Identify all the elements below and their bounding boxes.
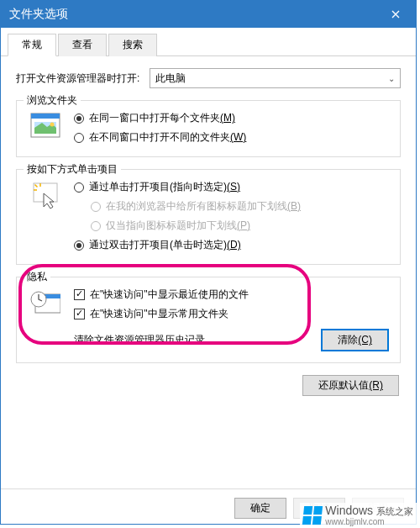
watermark: Windows 系统之家 www.bjjmlv.com	[300, 503, 417, 528]
check-recent-files-label: 在"快速访问"中显示最近使用的文件	[90, 288, 249, 302]
restore-row: 还原默认值(R)	[16, 375, 401, 396]
close-button[interactable]	[379, 4, 412, 24]
radio-icon	[74, 240, 84, 251]
radio-same-window[interactable]: 在同一窗口中打开每个文件夹(M)	[74, 111, 388, 125]
dialog-body: 打开文件资源管理器时打开: 此电脑 ⌄ 浏览文件夹 在同一窗口中打开每个文件夹(…	[1, 56, 416, 404]
tab-search[interactable]: 搜索	[108, 34, 157, 56]
radio-underline-point-label: 仅当指向图标标题时加下划线	[106, 219, 237, 231]
checkbox-icon	[74, 309, 85, 319]
click-items-title: 按如下方式单击项目	[24, 162, 121, 177]
folder-options-dialog: 文件夹选项 常规 查看 搜索 打开文件资源管理器时打开: 此电脑 ⌄ 浏览文件夹	[0, 0, 417, 525]
check-recent-files[interactable]: 在"快速访问"中显示最近使用的文件	[74, 288, 388, 302]
radio-single-click-label: 通过单击打开项目(指向时选定)	[89, 181, 227, 193]
radio-underline-browser-label: 在我的浏览器中给所有图标标题加下划线	[106, 200, 287, 212]
radio-icon	[91, 202, 101, 212]
radio-new-window-label: 在不同窗口中打开不同的文件夹	[89, 131, 230, 143]
radio-new-window[interactable]: 在不同窗口中打开不同的文件夹(W)	[74, 130, 388, 145]
radio-double-click-label: 通过双击打开项目(单击时选定)	[89, 239, 227, 251]
svg-rect-1	[31, 114, 60, 119]
clear-button[interactable]: 清除(C)	[322, 330, 388, 351]
privacy-group: 隐私 在"快速访问"中显示最近使用的文件 在"快速访问"中显示常用文件夹	[16, 277, 401, 363]
restore-defaults-button[interactable]: 还原默认值(R)	[302, 375, 399, 396]
radio-icon	[91, 221, 101, 231]
browse-folders-title: 浏览文件夹	[24, 93, 81, 108]
svg-point-3	[50, 123, 55, 127]
watermark-url: www.bjjmlv.com	[325, 517, 413, 526]
clear-history-row: 清除文件资源管理器历史记录 清除(C)	[74, 330, 388, 351]
click-items-group: 按如下方式单击项目 通过单击打开项目(指向时选定)(S) 在我的浏览器中给所有图…	[16, 169, 401, 265]
close-icon	[391, 10, 400, 18]
privacy-title: 隐私	[24, 270, 50, 284]
windows-logo-icon	[302, 506, 323, 525]
check-frequent-folders-label: 在"快速访问"中显示常用文件夹	[90, 307, 228, 321]
tab-view[interactable]: 查看	[58, 34, 107, 56]
radio-icon	[74, 133, 84, 143]
tab-general[interactable]: 常规	[8, 34, 56, 56]
radio-single-click[interactable]: 通过单击打开项目(指向时选定)(S)	[74, 180, 388, 194]
open-with-value: 此电脑	[155, 71, 186, 86]
radio-underline-point: 仅当指向图标标题时加下划线(P)	[91, 219, 388, 233]
tab-strip: 常规 查看 搜索	[1, 28, 416, 56]
cursor-click-icon	[29, 180, 62, 252]
open-with-label: 打开文件资源管理器时打开:	[16, 71, 139, 86]
open-with-row: 打开文件资源管理器时打开: 此电脑 ⌄	[16, 68, 401, 88]
radio-icon	[74, 114, 84, 124]
chevron-down-icon: ⌄	[388, 74, 395, 83]
clear-history-label: 清除文件资源管理器历史记录	[74, 333, 205, 347]
radio-double-click[interactable]: 通过双击打开项目(单击时选定)(D)	[74, 238, 388, 252]
radio-underline-browser: 在我的浏览器中给所有图标标题加下划线(B)	[91, 199, 388, 214]
radio-icon	[74, 182, 84, 193]
browse-folders-group: 浏览文件夹 在同一窗口中打开每个文件夹(M) 在不同窗口中打开不同的文件夹(W)	[16, 100, 401, 157]
titlebar: 文件夹选项	[1, 1, 416, 28]
recent-items-icon	[29, 288, 62, 321]
folder-window-icon	[29, 111, 62, 145]
dialog-title: 文件夹选项	[9, 7, 68, 22]
check-frequent-folders[interactable]: 在"快速访问"中显示常用文件夹	[74, 307, 388, 321]
open-with-select[interactable]: 此电脑 ⌄	[150, 68, 401, 88]
radio-same-window-label: 在同一窗口中打开每个文件夹	[89, 112, 220, 124]
ok-button[interactable]: 确定	[234, 498, 286, 519]
checkbox-icon	[74, 289, 85, 300]
